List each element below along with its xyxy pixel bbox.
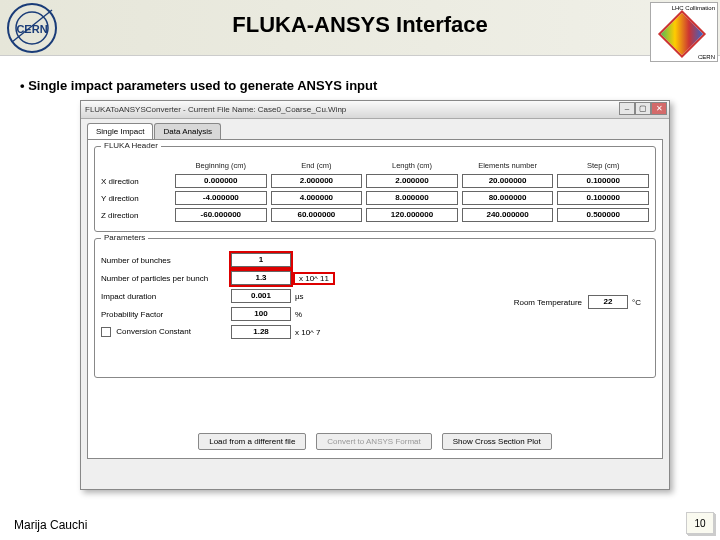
param-particles: Number of particles per bunch 1.3 x 10^ …	[101, 271, 649, 285]
button-bar: Load from a different file Convert to AN…	[88, 433, 662, 450]
conv-value[interactable]: 1.28	[231, 325, 291, 339]
row-z: Z direction -60.000000 60.000000 120.000…	[101, 208, 649, 222]
param-bunches: Number of bunches 1	[101, 253, 649, 267]
col-blank	[101, 161, 171, 170]
y-step[interactable]: 0.100000	[557, 191, 649, 205]
x-length[interactable]: 2.000000	[366, 174, 458, 188]
x-begin[interactable]: 0.000000	[175, 174, 267, 188]
parameters-group: Parameters Number of bunches 1 Number of…	[94, 238, 656, 378]
impact-label: Impact duration	[101, 292, 231, 301]
bunches-value[interactable]: 1	[231, 253, 291, 267]
footer-page-number: 10	[686, 512, 714, 534]
col-step: Step (cm)	[557, 161, 649, 170]
x-end[interactable]: 2.000000	[271, 174, 363, 188]
load-button[interactable]: Load from a different file	[198, 433, 306, 450]
row-x: X direction 0.000000 2.000000 2.000000 2…	[101, 174, 649, 188]
params-group-title: Parameters	[101, 233, 148, 242]
window-titlebar: FLUKAToANSYSConverter - Current File Nam…	[81, 101, 669, 119]
plot-button[interactable]: Show Cross Section Plot	[442, 433, 552, 450]
room-temp: Room Temperature 22 °C	[514, 295, 645, 309]
z-begin[interactable]: -60.000000	[175, 208, 267, 222]
bullet-text: Single impact parameters used to generat…	[20, 78, 377, 93]
maximize-button[interactable]: ▢	[635, 102, 651, 115]
fluka-group-title: FLUKA Header	[101, 141, 161, 150]
footer-author: Marija Cauchi	[14, 518, 87, 532]
particles-unit: x 10^ 11	[295, 274, 333, 283]
x-step[interactable]: 0.100000	[557, 174, 649, 188]
impact-unit: µs	[295, 292, 304, 301]
lhc-label: LHC Collimation	[653, 5, 715, 11]
row-y: Y direction -4.000000 4.000000 8.000000 …	[101, 191, 649, 205]
room-temp-unit: °C	[632, 298, 641, 307]
col-end: End (cm)	[271, 161, 363, 170]
bunches-label: Number of bunches	[101, 256, 231, 265]
y-end[interactable]: 4.000000	[271, 191, 363, 205]
prob-unit: %	[295, 310, 302, 319]
impact-value[interactable]: 0.001	[231, 289, 291, 303]
room-temp-label: Room Temperature	[514, 298, 582, 307]
conv-checkbox[interactable]	[101, 327, 111, 337]
particles-label: Number of particles per bunch	[101, 274, 231, 283]
z-elem[interactable]: 240.000000	[462, 208, 554, 222]
close-button[interactable]: ✕	[651, 102, 667, 115]
x-label: X direction	[101, 177, 171, 186]
lhc-diamond-icon	[658, 10, 706, 58]
y-begin[interactable]: -4.000000	[175, 191, 267, 205]
conv-label: Conversion Constant	[101, 327, 231, 337]
y-length[interactable]: 8.000000	[366, 191, 458, 205]
z-end[interactable]: 60.000000	[271, 208, 363, 222]
col-length: Length (cm)	[366, 161, 458, 170]
col-elements: Elements number	[462, 161, 554, 170]
cern-label: CERN	[698, 54, 715, 60]
fluka-header-group: FLUKA Header Beginning (cm) End (cm) Len…	[94, 146, 656, 232]
y-label: Y direction	[101, 194, 171, 203]
window-title: FLUKAToANSYSConverter - Current File Nam…	[85, 105, 346, 114]
param-prob: Probability Factor 100 %	[101, 307, 649, 321]
tab-single-impact[interactable]: Single Impact	[87, 123, 153, 139]
prob-label: Probability Factor	[101, 310, 231, 319]
col-beginning: Beginning (cm)	[175, 161, 267, 170]
main-panel: FLUKA Header Beginning (cm) End (cm) Len…	[87, 139, 663, 459]
param-conv: Conversion Constant 1.28 x 10^ 7	[101, 325, 649, 339]
prob-value[interactable]: 100	[231, 307, 291, 321]
convert-button[interactable]: Convert to ANSYS Format	[316, 433, 431, 450]
slide-title: FLUKA-ANSYS Interface	[0, 12, 720, 38]
conv-unit: x 10^ 7	[295, 328, 321, 337]
y-elem[interactable]: 80.000000	[462, 191, 554, 205]
lhc-collimation-logo: LHC Collimation CERN	[650, 2, 718, 62]
conv-label-text: Conversion Constant	[116, 327, 191, 336]
app-window: FLUKAToANSYSConverter - Current File Nam…	[80, 100, 670, 490]
room-temp-value[interactable]: 22	[588, 295, 628, 309]
tab-bar: Single Impact Data Analysis	[81, 119, 669, 139]
z-label: Z direction	[101, 211, 171, 220]
z-step[interactable]: 0.500000	[557, 208, 649, 222]
tab-data-analysis[interactable]: Data Analysis	[154, 123, 220, 139]
particles-value[interactable]: 1.3	[231, 271, 291, 285]
minimize-button[interactable]: –	[619, 102, 635, 115]
x-elem[interactable]: 20.000000	[462, 174, 554, 188]
z-length[interactable]: 120.000000	[366, 208, 458, 222]
